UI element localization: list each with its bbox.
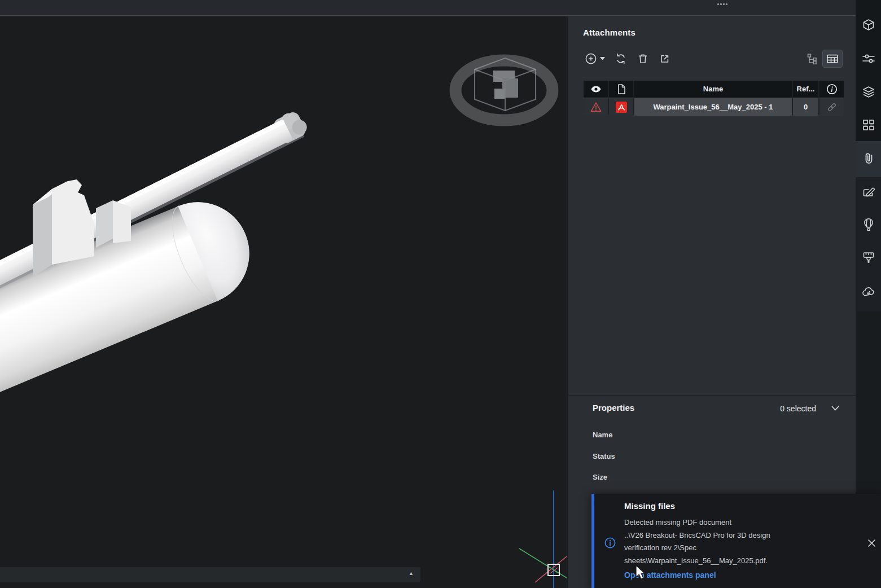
paintbrush-icon[interactable] — [861, 251, 876, 265]
sliders-icon[interactable] — [861, 51, 876, 66]
submarine-hull-model[interactable] — [0, 108, 311, 462]
column-header-filetype[interactable] — [609, 81, 633, 97]
info-icon — [826, 83, 838, 95]
tree-view-button[interactable] — [805, 52, 819, 65]
expand-command-bar-icon[interactable]: ▲ — [409, 571, 414, 576]
info-circle-icon — [604, 537, 616, 549]
cloud-sync-icon[interactable] — [861, 284, 876, 299]
collapse-properties-button[interactable] — [831, 405, 840, 413]
delete-attachment-button[interactable] — [636, 52, 650, 65]
property-label-status: Status — [593, 452, 615, 460]
eye-icon — [590, 84, 602, 95]
nav-orbit-cube-widget[interactable] — [455, 58, 553, 120]
selection-status: 0 selected — [780, 404, 816, 413]
column-header-name[interactable]: Name — [634, 81, 792, 97]
document-icon — [615, 83, 628, 95]
attachments-table: Name Ref... — [584, 81, 844, 115]
attachments-panel-title: Attachments — [583, 28, 635, 37]
link-icon — [826, 101, 838, 113]
crosshair-cursor — [519, 490, 567, 588]
blocks-grid-icon[interactable] — [861, 118, 876, 133]
properties-title: Properties — [593, 403, 634, 413]
row-filetype-cell[interactable] — [609, 98, 633, 116]
add-attachment-button[interactable] — [584, 52, 598, 65]
layers-icon[interactable] — [861, 85, 876, 99]
viewport-scene — [0, 16, 567, 588]
refresh-button[interactable] — [614, 52, 628, 65]
row-link-cell[interactable] — [819, 98, 844, 116]
3d-viewport[interactable]: ▲ — [0, 16, 567, 588]
column-header-info[interactable] — [819, 81, 844, 97]
chevron-down-icon — [831, 405, 840, 412]
property-label-name: Name — [593, 431, 612, 439]
balloon-icon[interactable] — [861, 217, 876, 232]
command-bar-collapsed[interactable]: ▲ — [0, 567, 420, 582]
row-ref-cell[interactable]: 0 — [793, 98, 818, 116]
missing-files-toast: Missing files Detected missing PDF docum… — [591, 494, 881, 588]
toast-body: Detected missing PDF document ..\V26 Bre… — [624, 516, 823, 567]
column-header-ref[interactable]: Ref... — [793, 81, 818, 97]
column-header-visibility[interactable] — [584, 81, 608, 97]
app-window: ▲ Attachments — [0, 0, 881, 588]
dropdown-caret-icon[interactable] — [599, 52, 606, 65]
sheet-pencil-icon[interactable] — [861, 185, 876, 199]
row-status-cell[interactable] — [584, 98, 608, 116]
table-view-button[interactable] — [822, 50, 843, 68]
attachments-toolbar — [568, 49, 856, 68]
four-dots-icon[interactable] — [717, 3, 727, 5]
property-label-size: Size — [593, 473, 607, 481]
close-icon[interactable] — [867, 538, 877, 548]
open-attachments-panel-link[interactable]: Open attachments panel — [624, 571, 716, 580]
structure-cube-icon[interactable] — [861, 18, 876, 33]
row-name-cell[interactable]: Warpaint_Issue_56__May_2025 - 1 — [634, 98, 792, 116]
top-bar — [0, 0, 881, 16]
open-external-button[interactable] — [658, 52, 672, 65]
warning-triangle-icon — [590, 101, 602, 113]
paperclip-icon[interactable] — [861, 151, 876, 166]
toast-title: Missing files — [624, 501, 675, 511]
pdf-icon — [615, 101, 628, 113]
